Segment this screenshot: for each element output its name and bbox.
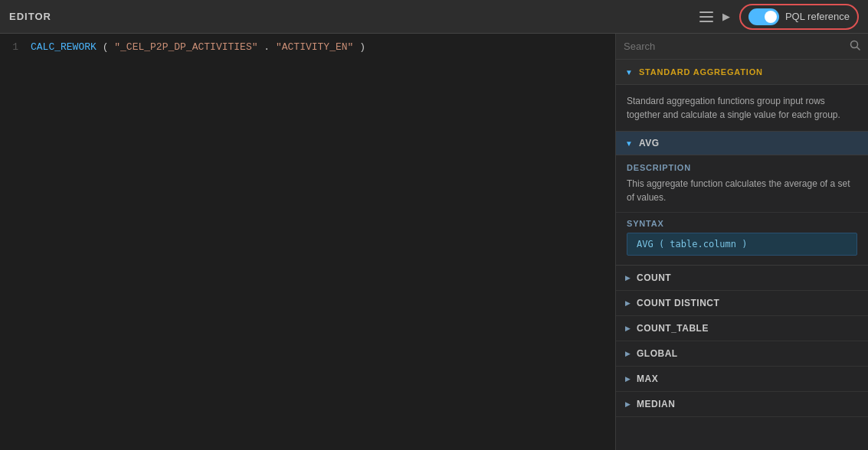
func-keyword: CALC_REWORK <box>31 41 97 53</box>
editor-pane[interactable]: 1 CALC_REWORK ( "_CEL_P2P_DP_ACTIVITIES"… <box>0 34 615 450</box>
avg-description-block: DESCRIPTION This aggregate function calc… <box>616 155 868 213</box>
header-left: EDITOR <box>9 11 51 22</box>
avg-description-text: This aggregate function calculates the a… <box>627 177 857 204</box>
global-arrow: ▶ <box>625 350 631 357</box>
svg-rect-0 <box>699 11 713 13</box>
max-section[interactable]: ▶ MAX <box>616 367 868 392</box>
editor-line-1: 1 CALC_REWORK ( "_CEL_P2P_DP_ACTIVITIES"… <box>0 41 615 53</box>
editor-title: EDITOR <box>9 11 51 22</box>
avg-section-header[interactable]: ▼ AVG <box>616 132 868 155</box>
list-icon[interactable] <box>699 11 713 22</box>
avg-syntax-code: AVG ( table.column ) <box>627 233 857 256</box>
line-number-1: 1 <box>0 41 31 53</box>
svg-rect-2 <box>699 21 713 22</box>
count-distinct-arrow: ▶ <box>625 299 631 307</box>
search-bar <box>616 34 868 60</box>
svg-line-4 <box>857 47 860 51</box>
avg-expand-arrow: ▼ <box>625 139 633 148</box>
count-title: COUNT <box>637 272 671 283</box>
reference-sidebar: ▼ STANDARD AGGREGATION Standard aggregat… <box>615 34 868 450</box>
header-right: ▶ PQL reference <box>699 4 859 30</box>
app-header: EDITOR ▶ PQL reference <box>0 0 868 34</box>
count-table-title: COUNT_TABLE <box>637 323 709 334</box>
dot-separator: . <box>264 41 270 53</box>
main-area: 1 CALC_REWORK ( "_CEL_P2P_DP_ACTIVITIES"… <box>0 34 868 450</box>
string-column: "ACTIVITY_EN" <box>276 41 353 53</box>
median-title: MEDIAN <box>637 399 675 409</box>
pql-reference-label: PQL reference <box>785 11 850 22</box>
section-expand-arrow: ▼ <box>625 68 633 77</box>
avg-syntax-block: SYNTAX AVG ( table.column ) <box>616 213 868 266</box>
median-arrow: ▶ <box>625 400 631 408</box>
search-input[interactable] <box>624 41 843 52</box>
run-icon[interactable]: ▶ <box>722 11 730 22</box>
standard-aggregation-desc: Standard aggregation functions group inp… <box>616 85 868 132</box>
count-distinct-title: COUNT DISTINCT <box>637 298 719 308</box>
count-table-section[interactable]: ▶ COUNT_TABLE <box>616 316 868 341</box>
line-content-1: CALC_REWORK ( "_CEL_P2P_DP_ACTIVITIES" .… <box>31 41 365 53</box>
section-description-text: Standard aggregation functions group inp… <box>627 96 840 120</box>
search-icon <box>850 40 860 53</box>
global-title: GLOBAL <box>637 348 678 359</box>
string-table: "_CEL_P2P_DP_ACTIVITIES" <box>114 41 257 53</box>
count-table-arrow: ▶ <box>625 324 631 332</box>
avg-title: AVG <box>639 138 660 148</box>
max-title: MAX <box>637 373 658 384</box>
svg-rect-1 <box>699 16 713 18</box>
pql-toggle-switch[interactable] <box>748 8 779 25</box>
close-paren: ) <box>359 41 365 53</box>
description-label: DESCRIPTION <box>627 163 857 172</box>
line-punctuation: ( <box>103 41 109 53</box>
standard-aggregation-header[interactable]: ▼ STANDARD AGGREGATION <box>616 60 868 85</box>
syntax-label: SYNTAX <box>627 219 857 228</box>
toggle-knob <box>765 11 777 23</box>
max-arrow: ▶ <box>625 375 631 383</box>
count-distinct-section[interactable]: ▶ COUNT DISTINCT <box>616 291 868 316</box>
count-section[interactable]: ▶ COUNT <box>616 266 868 291</box>
count-arrow: ▶ <box>625 274 631 282</box>
median-section[interactable]: ▶ MEDIAN <box>616 392 868 417</box>
standard-aggregation-title: STANDARD AGGREGATION <box>639 67 763 77</box>
global-section[interactable]: ▶ GLOBAL <box>616 341 868 367</box>
pql-toggle-area[interactable]: PQL reference <box>739 4 859 30</box>
